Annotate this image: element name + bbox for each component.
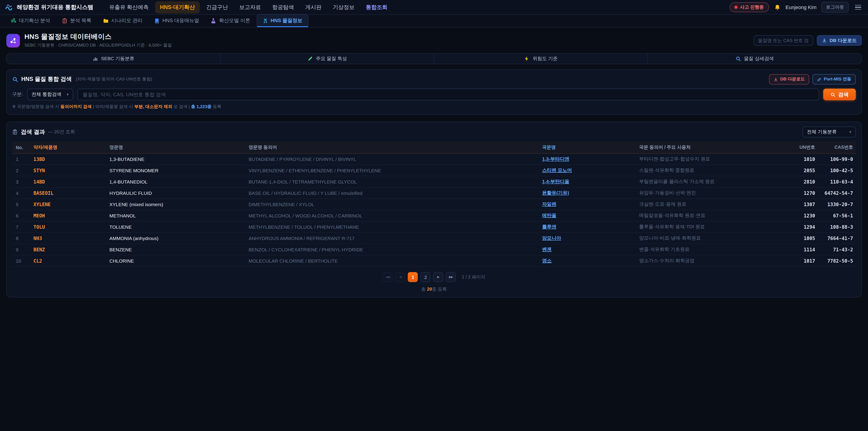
first-page-button[interactable]: ◀◀	[383, 272, 393, 282]
nav-item-7[interactable]: 기상정보	[328, 1, 360, 13]
header-db-download-button[interactable]: DB 다운로드	[817, 35, 862, 45]
flask-icon	[211, 18, 216, 23]
nav-item-1[interactable]: 유출유 확산예측	[104, 1, 154, 13]
chevron-down-icon: ▾	[849, 130, 851, 134]
header-search-input[interactable]	[754, 35, 813, 45]
substance-kr-link[interactable]: 스티렌 모노머	[542, 167, 572, 173]
table-row: 9BENZBENZENEBENZOL / CYCLOHEXATRIENE / P…	[12, 244, 856, 255]
last-page-button[interactable]: ▶▶	[446, 272, 456, 282]
page-subtitle: SEBC 기동분류 · CHRIS/CAMEO DB · AEGL/ERPG/I…	[24, 42, 172, 49]
incident-status-badge[interactable]: 사고 진행중	[730, 2, 769, 12]
cell-en: STYRENE MONOMER	[107, 165, 246, 176]
substance-kr-link[interactable]: 1,3-부타디엔	[542, 156, 569, 161]
tab-4[interactable]: HNS 대응매뉴얼	[149, 14, 205, 27]
tab-2[interactable]: 분석 목록	[57, 14, 97, 27]
nav-item-3[interactable]: 긴급구난	[201, 1, 233, 13]
substance-kr-link[interactable]: 자일렌	[542, 201, 556, 207]
search-blue-icon	[735, 56, 741, 61]
unified-search-input[interactable]	[77, 89, 819, 100]
help-segment: 등록	[212, 104, 221, 109]
db-download-label: DB 다운로드	[830, 37, 857, 43]
app-logo[interactable]: 해양환경 위기대응 통합시스템	[5, 3, 93, 11]
search-button[interactable]: 검색	[823, 89, 856, 100]
search-help: ※ 국문명/영문명 검색 시 동의어까지 검색 | 약자/제품명 검색 시 부분…	[12, 104, 856, 110]
substance-kr-link[interactable]: 암모니아	[542, 235, 561, 241]
results-header: 검색 결과 — 20건 조회 전체 기동분류 ▾	[12, 127, 856, 137]
substance-kr-link[interactable]: 윤활유(기유)	[542, 190, 569, 195]
wave-logo-icon	[5, 4, 13, 10]
substance-kr-link[interactable]: 벤젠	[542, 246, 552, 252]
tab-5[interactable]: 확산모델 이론	[206, 14, 256, 27]
next-page-button[interactable]: ▶	[433, 272, 443, 282]
feature-label: 물질 상세검색	[744, 56, 774, 62]
feature-item-2[interactable]: 주요 물질 특성	[220, 54, 434, 64]
total-segment: 총	[421, 286, 427, 291]
column-header-3: 영문명	[107, 142, 246, 153]
cell-en_syn: VINYLBENZENE / ETHENYLBENZENE / PHENYLET…	[246, 165, 539, 176]
help-segment: ※ 국문명/영문명 검색 시	[12, 104, 60, 109]
substance-kr-link[interactable]: 1,4-부탄디올	[542, 179, 569, 184]
page-button-2[interactable]: 2	[421, 272, 431, 282]
cell-en: 1,4-BUTANEDIOL	[107, 176, 246, 187]
results-table: No.약자/제품명영문명영문명 동의어국문명국문 동의어 / 주요 사용처UN번…	[12, 142, 856, 267]
cell-un: 1294	[780, 221, 818, 233]
cell-no: 6	[12, 210, 31, 221]
book-icon	[154, 18, 160, 23]
results-count: — 20건 조회	[48, 129, 75, 135]
column-header-6: 국문 동의어 / 주요 사용처	[637, 142, 780, 153]
nav-item-5[interactable]: 항공탐색	[267, 1, 299, 13]
table-row: 7TOLUTOLUENEMETHYLBENZENE / TOLUOL / PHE…	[12, 221, 856, 233]
table-row: 5XYLENEXYLENE (mixed isomers)DIMETHYLBEN…	[12, 199, 856, 210]
tab-label: 대기확산 분석	[19, 17, 50, 24]
db-download-chip-button[interactable]: DB 다운로드	[769, 74, 809, 85]
user-name: Eunjeong Kim	[785, 4, 816, 10]
cell-en_syn: DIMETHYLBENZENE / XYLOL	[246, 199, 539, 210]
tab-label: 확산모델 이론	[219, 17, 250, 24]
list-icon	[12, 129, 18, 135]
tab-6[interactable]: HNS 물질정보	[256, 14, 308, 27]
logout-button[interactable]: 로그아웃	[822, 2, 848, 13]
cell-kr: 윤활유(기유)	[539, 187, 636, 199]
cell-kr_syn: 암모니아·비료·냉매·화학원료	[637, 233, 780, 244]
feature-label: 위험도 기준	[532, 56, 558, 62]
nav-item-2[interactable]: HNS·대기확산	[155, 1, 200, 13]
class-filter-select[interactable]: 전체 기동분류 ▾	[802, 127, 856, 137]
category-select[interactable]: 전체 통합검색 ▾	[27, 89, 73, 100]
substance-kr-link[interactable]: 염소	[542, 258, 552, 263]
cell-kr_syn: 스틸렌·석유화학 중합원료	[637, 165, 780, 176]
top-navbar: 해양환경 위기대응 통합시스템 유출유 확산예측HNS·대기확산긴급구난보고자료…	[0, 0, 868, 15]
results-title: 검색 결과	[21, 128, 45, 136]
nav-item-8[interactable]: 통합조회	[361, 1, 393, 13]
feature-item-4[interactable]: 물질 상세검색	[648, 54, 862, 64]
cell-en_syn: BASE OIL / HYDRAULIC FLUID / Y LUBE / em…	[246, 187, 539, 199]
feature-item-1[interactable]: SEBC 기동분류	[7, 54, 220, 64]
app-root: 해양환경 위기대응 통합시스템 유출유 확산예측HNS·대기확산긴급구난보고자료…	[0, 0, 868, 431]
chip-db-label: DB 다운로드	[780, 76, 805, 82]
page-button-1[interactable]: 1	[408, 272, 418, 282]
prev-page-button[interactable]: ◀	[395, 272, 405, 282]
bar-chart-icon	[92, 56, 98, 61]
cell-un: 1270	[780, 187, 818, 199]
notification-bell-icon[interactable]	[774, 4, 780, 11]
hamburger-menu-icon[interactable]	[854, 3, 863, 11]
page-info: 1 / 2 페이지	[462, 274, 486, 280]
cell-kr: 1,4-부탄디올	[539, 176, 636, 187]
dna-icon	[262, 18, 268, 23]
cell-no: 8	[12, 233, 31, 244]
cell-abbr: MEOH	[31, 210, 107, 221]
portmis-link-button[interactable]: Port-MIS 연동	[813, 74, 856, 85]
substance-kr-link[interactable]: 메탄올	[542, 212, 556, 218]
column-header-5: 국문명	[539, 142, 636, 153]
nav-item-4[interactable]: 보고자료	[234, 1, 266, 13]
help-segment: 동의어까지 검색	[60, 104, 92, 109]
nav-item-6[interactable]: 게시판	[300, 1, 327, 13]
tab-label: HNS 대응매뉴얼	[162, 17, 199, 24]
cell-en_syn: ANHYDROUS AMMONIA / REFRIGERANT R-717	[246, 233, 539, 244]
download-icon	[774, 77, 778, 82]
feature-item-3[interactable]: 위험도 기준	[434, 54, 648, 64]
tab-3[interactable]: 시나리오 관리	[98, 14, 148, 27]
tab-1[interactable]: 대기확산 분석	[5, 14, 56, 27]
substance-kr-link[interactable]: 톨루엔	[542, 224, 556, 229]
search-panel-title-group: HNS 물질 통합 검색 (약자·제품명·동의어·CAS·UN번호 통합)	[12, 75, 152, 83]
molecule-icon	[6, 34, 20, 47]
